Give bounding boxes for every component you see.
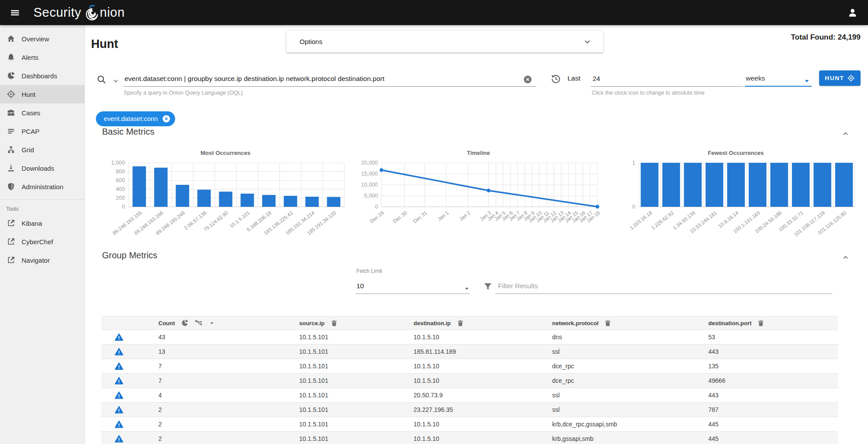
query-input[interactable] <box>124 71 527 86</box>
filter-results-underline <box>495 294 832 294</box>
sidebar-item-grid[interactable]: Grid <box>0 140 84 159</box>
svg-text:0: 0 <box>632 204 635 210</box>
row-warning-icon[interactable] <box>114 347 124 356</box>
network-protocol-column-label[interactable]: network.protocol <box>552 320 598 327</box>
source-ip-column-label[interactable]: source.ip <box>299 320 325 327</box>
search-icon <box>96 74 106 84</box>
tool-item-navigator[interactable]: Navigator <box>0 251 84 269</box>
svg-text:Dec 29: Dec 29 <box>369 210 385 224</box>
filter-chip[interactable]: event.dataset:conn <box>96 111 175 126</box>
svg-text:15,000: 15,000 <box>361 171 378 177</box>
tool-item-cyberchef[interactable]: CyberChef <box>0 232 84 251</box>
query-history-chevron-icon[interactable] <box>112 77 119 84</box>
group-metrics-title: Group Metrics <box>102 250 157 261</box>
cell-destination-ip: 23.227.196.35 <box>392 406 530 413</box>
svg-text:5,000: 5,000 <box>364 193 378 199</box>
time-unit-select[interactable]: weeks <box>746 74 812 82</box>
sidebar-item-cases[interactable]: Cases <box>0 103 84 122</box>
svg-text:0: 0 <box>122 204 125 210</box>
trash-icon[interactable] <box>330 319 338 327</box>
hunt-button[interactable]: HUNT <box>819 70 861 86</box>
sankey-graph-icon[interactable] <box>194 319 203 327</box>
chart-timeline: Timeline 05,00010,00015,00020,000Dec 29D… <box>354 150 603 250</box>
row-actions-cell <box>101 434 136 444</box>
svg-text:10,000: 10,000 <box>361 182 378 188</box>
filter-results-input[interactable] <box>497 279 829 293</box>
remove-filter-icon[interactable] <box>162 114 171 123</box>
tool-item-kibana[interactable]: Kibana <box>0 214 84 232</box>
pie-chart-icon[interactable] <box>181 319 189 327</box>
cell-network-protocol: ssl <box>530 348 686 355</box>
cell-count: 13 <box>136 348 277 355</box>
sidebar-item-overview[interactable]: Overview <box>0 29 84 48</box>
basic-metrics-collapse-icon[interactable] <box>841 129 850 139</box>
chevron-down-icon <box>583 37 592 46</box>
sidebar-item-label: Hunt <box>22 91 36 98</box>
fetch-limit-underline <box>355 294 470 294</box>
pie-chart-icon <box>6 71 16 81</box>
table-row: 210.1.5.10110.1.5.10krb,gssapi,smb445 <box>101 432 838 444</box>
cell-network-protocol: ssl <box>530 406 686 413</box>
clear-query-icon[interactable] <box>523 75 532 84</box>
count-column-label[interactable]: Count <box>158 320 175 327</box>
sidebar-item-administration[interactable]: Administration <box>0 177 84 196</box>
destination-port-column-label[interactable]: destination.port <box>708 320 751 327</box>
sidebar-item-alerts[interactable]: Alerts <box>0 48 84 66</box>
cell-source-ip: 10.1.5.101 <box>277 377 392 384</box>
cell-count: 4 <box>136 392 277 399</box>
cell-destination-port: 53 <box>686 334 838 341</box>
svg-text:1: 1 <box>632 160 635 166</box>
group-metrics-table: Count source.ip destination.ip <box>101 316 838 444</box>
row-warning-icon[interactable] <box>114 333 124 342</box>
sidebar-item-hunt[interactable]: Hunt <box>0 85 84 103</box>
row-warning-icon[interactable] <box>114 434 124 444</box>
sidebar-item-label: Overview <box>22 35 49 43</box>
options-panel[interactable]: Options <box>286 31 603 52</box>
cell-count: 2 <box>136 406 277 413</box>
fetch-limit-select[interactable]: 10 <box>356 282 364 290</box>
fetch-limit-caret-icon[interactable] <box>463 285 470 292</box>
row-warning-icon[interactable] <box>114 391 124 400</box>
row-actions-cell <box>101 333 136 342</box>
cell-network-protocol: dns <box>530 334 686 341</box>
table-row: 210.1.5.10110.1.5.10krb,dce_rpc,gssapi,s… <box>101 417 838 432</box>
cell-destination-port: 443 <box>686 392 838 399</box>
clock-history-icon[interactable] <box>550 73 561 84</box>
table-row: 4310.1.5.10110.1.5.10dns53 <box>101 330 838 345</box>
page-title: Hunt <box>91 37 118 51</box>
sidebar-item-dashboards[interactable]: Dashboards <box>0 66 84 85</box>
trash-icon[interactable] <box>604 319 612 327</box>
cell-source-ip: 10.1.5.101 <box>277 392 392 399</box>
row-warning-icon[interactable] <box>114 420 124 429</box>
sidebar-item-pcap[interactable]: PCAP <box>0 122 84 140</box>
source-ip-column-header: source.ip <box>277 319 392 327</box>
sitemap-icon <box>6 145 16 154</box>
user-account-icon[interactable] <box>845 5 860 20</box>
table-header-row: Count source.ip destination.ip <box>101 316 838 330</box>
sidebar-item-downloads[interactable]: Downloads <box>0 159 84 177</box>
time-amount-input[interactable] <box>592 71 743 86</box>
security-onion-logo: Security nion <box>33 4 125 22</box>
row-warning-icon[interactable] <box>114 376 124 385</box>
sidebar-item-label: Downloads <box>22 165 54 172</box>
trash-icon[interactable] <box>757 319 765 327</box>
main-content: Hunt Options Total Found: 24,199 Specify… <box>85 25 868 444</box>
row-warning-icon[interactable] <box>114 405 124 415</box>
caret-down-icon[interactable] <box>209 320 215 327</box>
row-warning-icon[interactable] <box>114 362 124 371</box>
sidebar-item-label: CyberChef <box>22 238 53 246</box>
external-link-icon <box>6 237 16 246</box>
cell-source-ip: 10.1.5.101 <box>277 334 392 341</box>
row-actions-cell <box>101 420 136 429</box>
svg-text:20,000: 20,000 <box>361 160 378 166</box>
time-unit-caret-icon[interactable] <box>803 77 811 85</box>
sidebar-item-label: Cases <box>22 109 40 117</box>
trash-icon[interactable] <box>457 319 464 327</box>
svg-text:600: 600 <box>116 177 125 183</box>
cell-network-protocol: ssl <box>530 392 686 399</box>
bell-icon <box>6 52 16 62</box>
group-metrics-collapse-icon[interactable] <box>841 253 850 262</box>
timeline-line-chart: 05,00010,00015,00020,000Dec 29Dec 30Dec … <box>354 158 603 249</box>
menu-toggle-icon[interactable] <box>7 5 23 21</box>
destination-ip-column-label[interactable]: destination.ip <box>414 320 451 327</box>
